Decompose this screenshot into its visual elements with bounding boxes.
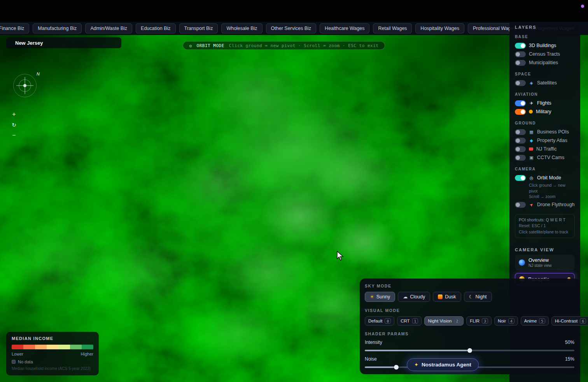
orbit-banner-title: ORBIT MODE [197, 43, 224, 48]
visual-mode-crt[interactable]: CRT 1 [397, 316, 422, 326]
visual-mode-default[interactable]: Default 0 [365, 316, 394, 326]
layer-label-nj-traffic: NJ Traffic [536, 146, 557, 152]
region-label: New Jersey [15, 40, 43, 46]
toggle-knob [516, 61, 520, 65]
toggle-knob [521, 44, 525, 48]
sky-mode-cloudy[interactable]: ☁ Cloudy [398, 292, 430, 302]
zoom-in-button[interactable]: + [10, 110, 18, 118]
legend-caption: Median household income (ACS 5-year 2023… [12, 366, 93, 371]
toggle-nj-traffic[interactable] [515, 146, 526, 152]
layer-row-business-pois[interactable]: ▦ Business POIs [515, 128, 575, 136]
legend-swatch [47, 345, 58, 349]
tab-wholesale-biz[interactable]: Wholesale Biz [221, 23, 262, 33]
business-pois-icon: ▦ [529, 130, 534, 135]
toggle-knob [521, 110, 525, 114]
tab-education-biz[interactable]: Education Biz [136, 23, 175, 33]
toggle-flights[interactable] [515, 100, 526, 106]
noise-slider-thumb[interactable] [394, 365, 399, 370]
layer-row-satellites[interactable]: ◈ Satellites [515, 79, 575, 87]
orbit-banner-hint: Click ground = new pivot · Scroll = zoom… [229, 43, 379, 48]
region-label-chip[interactable]: New Jersey [6, 37, 121, 48]
visual-mode-night-vision[interactable]: Night Vision 2 [424, 316, 464, 326]
globe-icon [519, 259, 525, 266]
nostradamus-agent-button[interactable]: ✦ Nostradamus Agent [407, 358, 479, 371]
hotkey-badge: 2 [454, 318, 460, 324]
sky-mode-dusk[interactable]: Dusk [433, 292, 461, 302]
intensity-slider-thumb[interactable] [467, 348, 472, 353]
shortcut-line-reset: Reset: ESC / 1 [519, 223, 571, 229]
visual-mode-anime-label: Anime [524, 319, 537, 323]
reset-view-button[interactable]: ↻ [10, 121, 18, 129]
tab-transport-biz[interactable]: Transport Biz [179, 23, 218, 33]
median-income-legend: MEDIAN INCOME Lower Higher No data Media… [6, 332, 99, 375]
sky-mode-night[interactable]: ☾ Night [464, 292, 492, 302]
legend-swatch [82, 345, 93, 349]
toggle-3d-buildings[interactable] [515, 43, 526, 49]
sky-mode-sunny-label: Sunny [376, 294, 390, 300]
toggle-orbit-mode[interactable] [515, 175, 526, 181]
layer-row-flights[interactable]: ✈ Flights [515, 99, 575, 107]
orbit-hint-pivot: Click ground → new pivot [529, 182, 575, 194]
sun-icon: ☀ [370, 294, 374, 300]
compass-north-label: N [37, 72, 40, 76]
intensity-slider[interactable] [365, 348, 574, 353]
visual-mode-anime[interactable]: Anime 5 [521, 316, 549, 326]
visual-mode-flir[interactable]: FLIR 3 [466, 316, 492, 326]
toggle-satellites[interactable] [515, 80, 526, 86]
sky-mode-dusk-label: Dusk [445, 294, 456, 300]
layer-row-census-tracts[interactable]: Census Tracts [515, 50, 575, 58]
section-heading-base: BASE [515, 35, 575, 39]
tab-admin-waste-biz[interactable]: Admin/Waste Biz [85, 23, 132, 33]
tab-manufacturing-biz[interactable]: Manufacturing Biz [33, 23, 82, 33]
toggle-military[interactable] [515, 109, 526, 115]
legend-no-data-row[interactable]: No data [12, 359, 93, 364]
layer-row-municipalities[interactable]: Municipalities [515, 58, 575, 67]
noise-label: Noise [365, 356, 377, 362]
shortcut-line-track: Click satellite/plane to track [519, 229, 571, 235]
compass[interactable]: N [13, 74, 37, 97]
camera-view-title: CAMERA VIEW [515, 247, 575, 252]
top-bar [0, 0, 588, 22]
visual-mode-noir[interactable]: Noir 4 [494, 316, 518, 326]
layer-row-orbit-mode[interactable]: ◎ Orbit Mode [515, 173, 575, 182]
toggle-census-tracts[interactable] [515, 51, 526, 57]
tab-retail-wages[interactable]: Retail Wages [373, 23, 412, 33]
moon-icon: ☾ [469, 294, 473, 300]
layer-label-military: Military [536, 109, 551, 114]
toggle-municipalities[interactable] [515, 60, 526, 66]
toggle-property-atlas[interactable] [515, 138, 526, 144]
toggle-knob [516, 52, 520, 56]
status-dot [581, 5, 584, 8]
section-heading-aviation: AVIATION [515, 92, 575, 96]
layer-row-nj-traffic[interactable]: NJ Traffic [515, 145, 575, 153]
zoom-out-button[interactable]: − [10, 131, 18, 139]
layer-row-property-atlas[interactable]: ◆ Property Atlas [515, 136, 575, 145]
orbit-hint-zoom: Scroll → zoom [529, 194, 575, 200]
section-heading-camera: CAMERA [515, 167, 575, 171]
intensity-value: 50% [565, 340, 574, 345]
shortcut-help-box: POI shortcuts: Q W E R T Reset: ESC / 1 … [515, 214, 575, 238]
layer-label-census-tracts: Census Tracts [529, 51, 560, 57]
camera-view-overview[interactable]: Overview NJ state view [515, 255, 575, 270]
layer-label-business-pois: Business POIs [537, 129, 569, 135]
category-tab-bar: Finance Biz Manufacturing Biz Admin/Wast… [0, 22, 588, 35]
visual-mode-crt-label: CRT [401, 319, 410, 323]
overview-label: Overview [528, 258, 551, 263]
toggle-drone-flythrough[interactable] [515, 202, 526, 208]
overview-sub: NJ state view [528, 263, 551, 268]
tab-finance-biz[interactable]: Finance Biz [0, 23, 29, 33]
layer-row-military[interactable]: Military [515, 107, 575, 116]
layer-row-drone-flythrough[interactable]: ➤ Drone Flythrough [515, 200, 575, 209]
legend-scale-labels: Lower Higher [12, 352, 93, 356]
tab-hospitality-wages[interactable]: Hospitality Wages [415, 23, 464, 33]
toggle-business-pois[interactable] [515, 129, 526, 135]
overview-text: Overview NJ state view [528, 258, 551, 268]
visual-mode-hi-contrast[interactable]: Hi-Contrast 6 [551, 316, 588, 326]
toggle-cctv-cams[interactable] [515, 155, 526, 161]
sky-mode-sunny[interactable]: ☀ Sunny [365, 292, 395, 302]
layer-row-cctv-cams[interactable]: ▣ CCTV Cams [515, 153, 575, 162]
tab-other-services-biz[interactable]: Other Services Biz [266, 23, 317, 33]
tab-healthcare-wages[interactable]: Healthcare Wages [320, 23, 369, 33]
legend-lower-label: Lower [12, 352, 23, 356]
layer-row-3d-buildings[interactable]: 3D Buildings [515, 41, 575, 50]
